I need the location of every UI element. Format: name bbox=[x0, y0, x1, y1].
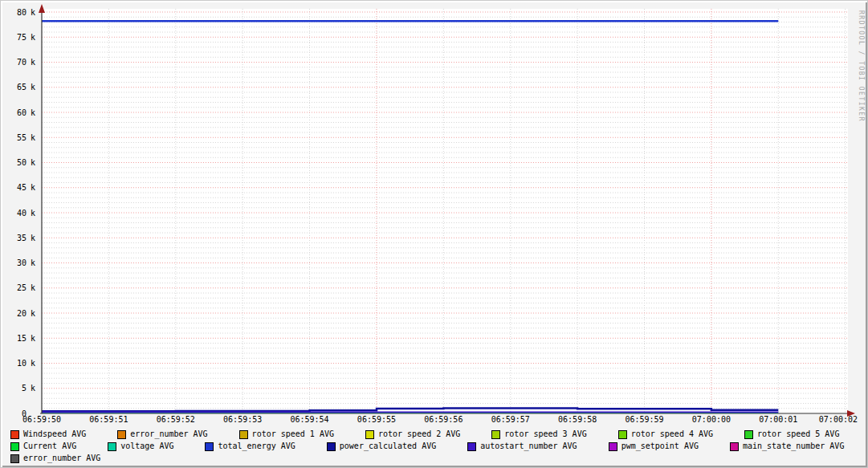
legend-row: Windspeed AVGerror_number AVGrotor speed… bbox=[10, 429, 844, 439]
legend-swatch-icon bbox=[730, 442, 739, 451]
y-axis-labels: 05k10k15k20k25k30k35k40k45k50k55k60k65k7… bbox=[17, 8, 35, 418]
chart-plot-area: 05k10k15k20k25k30k35k40k45k50k55k60k65k7… bbox=[1, 1, 868, 468]
legend-label: rotor speed 2 AVG bbox=[378, 429, 460, 439]
x-tick-label: 06:59:58 bbox=[558, 415, 597, 424]
legend-item-autostart-number-avg: autostart_number AVG bbox=[467, 442, 577, 451]
legend-item-total-energy-avg: total_energy AVG bbox=[205, 442, 295, 451]
y-tick-unit: k bbox=[31, 83, 35, 92]
y-tick-unit: k bbox=[31, 309, 35, 318]
chart-canvas bbox=[42, 9, 848, 413]
chart-legend: Windspeed AVGerror_number AVGrotor speed… bbox=[10, 429, 844, 463]
legend-label: rotor speed 1 AVG bbox=[252, 429, 334, 439]
legend-item-windspeed-avg: Windspeed AVG bbox=[10, 429, 86, 439]
legend-item-main-state-number-avg: main_state_number AVG bbox=[730, 442, 844, 451]
legend-label: rotor speed 3 AVG bbox=[504, 429, 586, 439]
legend-swatch-icon bbox=[239, 430, 248, 439]
legend-swatch-icon bbox=[108, 442, 116, 451]
legend-swatch-icon bbox=[618, 430, 627, 439]
y-tick-unit: k bbox=[31, 158, 35, 167]
x-tick-label: 07:00:01 bbox=[759, 415, 797, 424]
y-tick-unit: k bbox=[31, 359, 35, 368]
x-axis-labels: 06:59:5006:59:5106:59:5206:59:5306:59:54… bbox=[22, 415, 858, 424]
y-tick-label: 20 bbox=[17, 309, 26, 318]
legend-row: Current AVGvoltage AVGtotal_energy AVGpo… bbox=[10, 442, 844, 451]
y-tick-unit: k bbox=[31, 8, 35, 17]
y-tick-label: 70 bbox=[17, 58, 26, 67]
y-tick-unit: k bbox=[31, 133, 35, 142]
y-tick-unit: k bbox=[31, 384, 35, 393]
legend-label: rotor speed 5 AVG bbox=[757, 429, 839, 439]
y-tick-unit: k bbox=[31, 58, 35, 67]
legend-label: rotor speed 4 AVG bbox=[631, 429, 713, 439]
x-tick-label: 07:00:00 bbox=[692, 415, 731, 424]
y-axis-arrow-icon bbox=[39, 4, 45, 13]
y-tick-unit: k bbox=[31, 258, 35, 267]
y-tick-label: 60 bbox=[17, 108, 26, 117]
legend-item-rotor-speed-1-avg: rotor speed 1 AVG bbox=[239, 429, 334, 439]
y-tick-label: 55 bbox=[17, 133, 26, 142]
x-tick-label: 06:59:51 bbox=[89, 415, 128, 424]
legend-swatch-icon bbox=[609, 442, 617, 451]
legend-swatch-icon bbox=[491, 430, 500, 439]
y-tick-unit: k bbox=[31, 234, 35, 242]
legend-item-rotor-speed-2-avg: rotor speed 2 AVG bbox=[365, 429, 460, 439]
y-tick-label: 30 bbox=[17, 258, 26, 267]
legend-item-current-avg: Current AVG bbox=[10, 442, 76, 451]
y-tick-label: 10 bbox=[17, 359, 26, 368]
legend-item-rotor-speed-5-avg: rotor speed 5 AVG bbox=[744, 429, 839, 439]
legend-swatch-icon bbox=[205, 442, 214, 451]
legend-label: pwm_setpoint AVG bbox=[621, 442, 699, 451]
y-tick-unit: k bbox=[31, 33, 35, 42]
legend-label: total_energy AVG bbox=[218, 442, 295, 451]
y-tick-label: 65 bbox=[17, 83, 26, 92]
x-tick-label: 06:59:57 bbox=[491, 415, 530, 424]
legend-label: autostart_number AVG bbox=[480, 442, 577, 451]
legend-item-rotor-speed-3-avg: rotor speed 3 AVG bbox=[491, 429, 586, 439]
x-tick-label: 06:59:52 bbox=[157, 415, 195, 424]
legend-item-error-number-avg: error_number AVG bbox=[10, 454, 100, 463]
legend-swatch-icon bbox=[467, 442, 476, 451]
x-tick-label: 06:59:50 bbox=[22, 415, 61, 424]
legend-label: power_calculated AVG bbox=[340, 442, 436, 451]
y-tick-label: 45 bbox=[17, 183, 26, 192]
y-tick-label: 40 bbox=[17, 209, 26, 218]
y-tick-label: 75 bbox=[17, 33, 26, 42]
x-tick-label: 06:59:55 bbox=[357, 415, 396, 424]
legend-swatch-icon bbox=[744, 430, 753, 439]
y-tick-unit: k bbox=[31, 334, 35, 343]
legend-swatch-icon bbox=[10, 454, 19, 463]
legend-item-pwm-setpoint-avg: pwm_setpoint AVG bbox=[609, 442, 699, 451]
y-tick-unit: k bbox=[31, 108, 35, 117]
y-tick-unit: k bbox=[31, 209, 35, 218]
y-tick-label: 35 bbox=[17, 234, 26, 242]
legend-label: voltage AVG bbox=[120, 442, 173, 451]
x-tick-label: 06:59:53 bbox=[223, 415, 262, 424]
legend-item-rotor-speed-4-avg: rotor speed 4 AVG bbox=[618, 429, 713, 439]
legend-label: Current AVG bbox=[23, 442, 76, 451]
x-tick-label: 07:00:02 bbox=[819, 415, 858, 424]
y-tick-label: 50 bbox=[17, 158, 26, 167]
legend-swatch-icon bbox=[10, 430, 19, 439]
x-tick-label: 06:59:56 bbox=[424, 415, 463, 424]
y-tick-label: 5 bbox=[22, 384, 26, 393]
y-tick-label: 80 bbox=[17, 8, 26, 17]
legend-label: main_state_number AVG bbox=[743, 442, 844, 451]
legend-row: error_number AVG bbox=[10, 454, 844, 463]
legend-item-error-number-avg: error_number AVG bbox=[117, 429, 207, 439]
rrdtool-watermark: RRDTOOL / TOBI OETIKER bbox=[858, 10, 865, 122]
y-tick-label: 25 bbox=[17, 283, 26, 292]
legend-label: Windspeed AVG bbox=[23, 429, 86, 439]
y-tick-unit: k bbox=[31, 183, 35, 192]
legend-swatch-icon bbox=[117, 430, 126, 439]
y-tick-label: 15 bbox=[17, 334, 26, 343]
rrdtool-graph: 05k10k15k20k25k30k35k40k45k50k55k60k65k7… bbox=[0, 0, 868, 468]
legend-swatch-icon bbox=[327, 442, 336, 451]
y-tick-unit: k bbox=[31, 283, 35, 292]
legend-label: error_number AVG bbox=[130, 429, 207, 439]
x-tick-label: 06:59:54 bbox=[290, 415, 328, 424]
legend-item-power-calculated-avg: power_calculated AVG bbox=[327, 442, 436, 451]
x-tick-label: 06:59:59 bbox=[625, 415, 663, 424]
legend-swatch-icon bbox=[365, 430, 374, 439]
legend-swatch-icon bbox=[10, 442, 19, 451]
legend-item-voltage-avg: voltage AVG bbox=[108, 442, 173, 451]
